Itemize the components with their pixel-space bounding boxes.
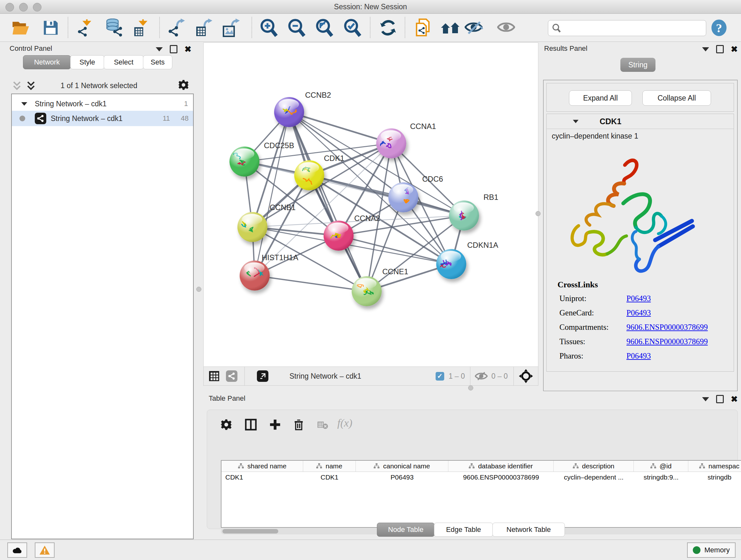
collapse-panel-icon[interactable]: [156, 47, 163, 51]
float-panel-icon[interactable]: [716, 45, 724, 53]
search-input[interactable]: [563, 22, 702, 34]
table-options-gear-icon[interactable]: [220, 419, 232, 430]
node-CCNA1[interactable]: [376, 128, 406, 159]
control-tab-sets[interactable]: Sets: [143, 55, 172, 69]
edge-CCNB2-CCNE1[interactable]: [289, 112, 367, 291]
hide-panel-eye-slash-icon[interactable]: [464, 18, 484, 37]
collection-expander-icon[interactable]: [21, 102, 27, 105]
close-panel-icon[interactable]: ✖: [731, 396, 738, 402]
zoom-in-icon[interactable]: [259, 18, 279, 37]
control-tab-network[interactable]: Network: [23, 55, 71, 69]
show-columns-icon[interactable]: [245, 418, 257, 431]
column-header-namespac[interactable]: namespac: [688, 461, 741, 472]
clone-network-icon[interactable]: [414, 18, 434, 37]
fit-selected-crosshair-icon[interactable]: [519, 369, 533, 383]
horizontal-splitter-handle[interactable]: [468, 385, 473, 390]
node-CCNA2[interactable]: [324, 221, 354, 251]
node-CDC25B[interactable]: [229, 146, 259, 177]
close-panel-icon[interactable]: ✖: [185, 46, 192, 52]
table-tab-network-table[interactable]: Network Table: [492, 523, 565, 537]
edge-CCNB2-CCNA1[interactable]: [289, 112, 391, 143]
column-header-shared-name[interactable]: shared name: [221, 461, 303, 472]
node-table[interactable]: shared namenamecanonical namedatabase id…: [221, 460, 741, 528]
float-panel-icon[interactable]: [716, 395, 724, 403]
float-panel-icon[interactable]: [170, 45, 178, 53]
table-cell[interactable]: cyclin–dependent ...: [553, 474, 633, 484]
export-image-icon[interactable]: [222, 18, 242, 37]
hidden-eye-slash-icon[interactable]: [475, 371, 488, 381]
gene-expander-icon[interactable]: [573, 120, 579, 123]
warnings-button[interactable]: [35, 543, 55, 558]
zoom-selected-icon[interactable]: [343, 18, 362, 37]
save-session-icon[interactable]: [41, 18, 61, 37]
crosslink-link[interactable]: 9606.ENSP00000378699: [626, 323, 708, 332]
cloud-button[interactable]: [7, 543, 27, 558]
import-table-icon[interactable]: [133, 18, 152, 37]
protein-structure-image: [559, 152, 700, 280]
network-collection-row[interactable]: String Network – cdk1 1: [12, 96, 193, 111]
column-header-database-identifier[interactable]: database identifier: [448, 461, 554, 472]
network-canvas[interactable]: CCNB2CCNA1CDC25BCDK1CDC6RB1CCNB1CCNA2CDK…: [203, 43, 538, 367]
edge-HIST1H1A-CCNE1[interactable]: [255, 275, 367, 291]
table-cell[interactable]: 9606.ENSP00000378699: [448, 474, 553, 484]
node-RB1[interactable]: [449, 200, 479, 231]
zoom-fit-icon[interactable]: [315, 18, 334, 37]
column-header-name[interactable]: name: [303, 461, 356, 472]
table-tab-edge-table[interactable]: Edge Table: [434, 523, 493, 537]
open-in-window-icon[interactable]: [257, 370, 268, 382]
crosslink-link[interactable]: 9606.ENSP00000378699: [626, 337, 708, 346]
control-tab-style[interactable]: Style: [70, 55, 105, 69]
zoom-out-icon[interactable]: [287, 18, 307, 37]
table-cell[interactable]: P06493: [355, 474, 448, 484]
scrollbar-thumb[interactable]: [222, 529, 278, 534]
column-header-canonical-name[interactable]: canonical name: [355, 461, 448, 472]
home-pair-icon[interactable]: [441, 18, 461, 37]
add-column-icon[interactable]: [269, 418, 281, 431]
crosslink-link[interactable]: P06493: [626, 294, 651, 303]
crosslink-link[interactable]: P06493: [626, 308, 651, 317]
import-network-database-icon[interactable]: [104, 18, 124, 37]
table-tab-node-table[interactable]: Node Table: [377, 523, 434, 537]
node-CCNE1[interactable]: [352, 276, 382, 306]
table-cell[interactable]: stringdb:9...: [633, 474, 687, 484]
edge-CCNB2-HIST1H1A[interactable]: [255, 112, 289, 275]
import-network-file-icon[interactable]: [77, 18, 96, 37]
column-header-label: database identifier: [478, 462, 533, 470]
control-tab-select[interactable]: Select: [104, 55, 144, 69]
gene-section-header[interactable]: CDK1: [547, 114, 734, 129]
table-cell[interactable]: stringdb: [688, 474, 741, 484]
birdseye-grid-icon[interactable]: [208, 370, 220, 382]
node-HIST1H1A[interactable]: [240, 260, 270, 291]
network-options-gear-icon[interactable]: [178, 79, 189, 90]
table-cell[interactable]: CDK1: [221, 474, 305, 484]
node-CCNB1[interactable]: [238, 212, 267, 242]
column-header-description[interactable]: description: [553, 461, 634, 472]
column-header-@id[interactable]: @id: [633, 461, 688, 472]
table-cell[interactable]: CDK1: [303, 474, 355, 484]
refresh-layout-icon[interactable]: [378, 18, 398, 37]
right-splitter-handle[interactable]: [536, 211, 541, 216]
collapse-all-button[interactable]: Collapse All: [643, 90, 711, 106]
crosslink-link[interactable]: P06493: [626, 352, 651, 361]
memory-button[interactable]: Memory: [687, 543, 736, 558]
help-button[interactable]: ?: [709, 18, 729, 37]
export-network-icon[interactable]: [167, 18, 187, 37]
show-panel-eye-icon[interactable]: [497, 18, 517, 37]
export-table-icon[interactable]: [195, 18, 214, 37]
collapse-panel-icon[interactable]: [702, 47, 709, 51]
node-CDKN1A[interactable]: [436, 249, 466, 279]
close-panel-icon[interactable]: ✖: [731, 46, 738, 52]
string-view-icon[interactable]: [226, 370, 238, 382]
delete-column-trash-icon[interactable]: [293, 418, 305, 431]
left-splitter-handle[interactable]: [196, 287, 201, 292]
network-row-selected[interactable]: String Network – cdk1 11 48: [12, 111, 193, 126]
toolbar-search-box[interactable]: [548, 20, 706, 36]
collapse-panel-icon[interactable]: [702, 397, 709, 401]
expand-all-button[interactable]: Expand All: [569, 90, 632, 106]
node-CDK1[interactable]: [294, 160, 324, 190]
open-session-icon[interactable]: [11, 18, 30, 37]
node-CCNB2[interactable]: [274, 97, 304, 127]
selected-checkbox[interactable]: ✓: [435, 372, 444, 381]
results-tab-string[interactable]: String: [620, 58, 656, 72]
node-CDC6[interactable]: [388, 182, 418, 212]
